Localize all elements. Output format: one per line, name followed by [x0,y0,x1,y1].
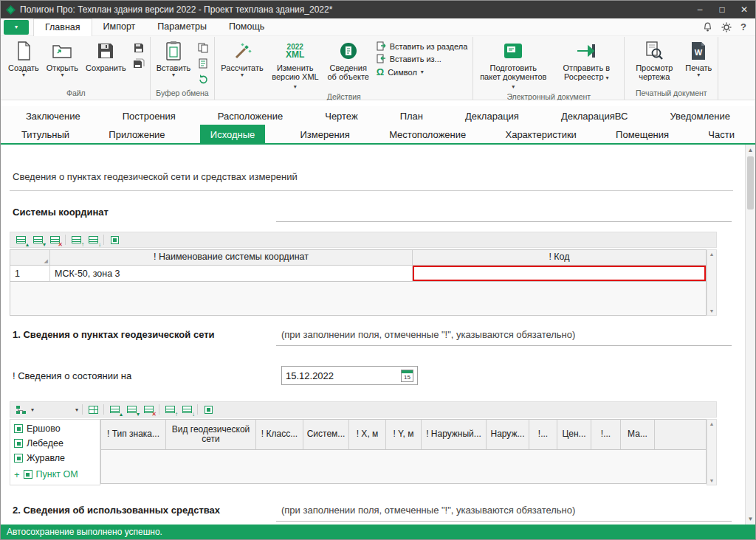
tab-izmereniya[interactable]: Измерения [295,125,354,144]
save-as-icon[interactable] [131,41,146,55]
col-header-system[interactable]: Систем... [303,420,349,449]
checkbox-icon[interactable] [14,454,23,463]
move-row-up-icon[interactable]: ↑ [163,404,176,415]
col-header-x[interactable]: ! X, м [349,420,386,449]
row-number-cell[interactable]: 1 [10,266,50,281]
move-row-down-icon[interactable]: ↓ [86,234,100,246]
notifications-bell-icon[interactable] [703,22,712,32]
add-row-below-icon[interactable]: ▾ [31,234,44,246]
tree-item[interactable]: Журавле [10,451,100,465]
coord-code-header[interactable]: ! Код [413,250,706,265]
copy-icon[interactable] [196,41,210,55]
col-header-type[interactable]: ! Тип знака... [101,420,166,449]
col-header-y[interactable]: ! Y, м [386,420,422,449]
calculate-button[interactable]: Рассчитать▾ [217,37,267,91]
coord-table-scrollbar[interactable]: ▲ ▼ [707,249,717,316]
scrollbar-thumb[interactable] [747,156,754,210]
scroll-down-icon[interactable]: ▼ [707,308,716,314]
tab-pomeshcheniya[interactable]: Помещения [611,125,673,144]
coord-systems-field[interactable] [276,221,732,222]
table-row[interactable]: 1 МСК-50, зона 3 [10,266,707,282]
tab-raspolozhenie[interactable]: Расположение [213,106,287,125]
insert-from-section-button[interactable]: Вставить из раздела [377,41,468,51]
menu-tab-home[interactable]: Главная [33,18,92,36]
checkbox-icon[interactable] [14,424,23,433]
insert-from-button[interactable]: Вставить из... [377,54,468,63]
scroll-down-icon[interactable]: ▼ [707,478,716,483]
scroll-up-icon[interactable]: ▲ [746,147,755,153]
points-table-scrollbar[interactable]: ▲ ▼ [707,419,717,485]
fit-columns-icon[interactable] [108,234,121,246]
checkbox-icon[interactable] [14,439,23,448]
calendar-icon[interactable]: 15 [401,370,413,382]
scroll-up-icon[interactable]: ▲ [707,252,716,257]
save-button[interactable]: Сохранить [82,37,130,88]
col-header-outer2[interactable]: Наруж... [487,420,529,449]
coord-code-cell[interactable] [413,266,706,281]
col-header-network-kind[interactable]: Вид геодезической сети [166,420,256,449]
menu-tab-import[interactable]: Импорт [92,18,147,36]
scroll-down-icon[interactable]: ▼ [746,516,755,522]
state-date-input[interactable]: 15.12.2022 15 [281,366,418,385]
settings-gear-icon[interactable] [721,22,732,32]
add-row-below-icon[interactable]: ▾ [125,404,138,415]
paste-button[interactable]: Вставить▾ [153,37,195,88]
tab-ishodnye[interactable]: Исходные [200,125,265,144]
main-scrollbar[interactable]: ▲ ▼ [745,145,755,525]
tree-item[interactable]: Лебедее [10,436,100,451]
app-menu-button[interactable]: ▾ [4,20,29,35]
tab-chertezh[interactable]: Чертеж [320,106,362,125]
copy-document-icon[interactable] [196,56,210,70]
scroll-up-icon[interactable]: ▲ [707,421,716,426]
tab-prilozhenie[interactable]: Приложение [104,125,169,144]
tab-deklaraciya[interactable]: Декларация [461,106,523,125]
collapse-panel-icon[interactable]: ▾ [75,406,78,413]
tab-harakteristiki[interactable]: Характеристики [501,125,580,144]
tree-view-icon[interactable] [14,404,27,415]
help-icon[interactable]: ? [740,21,746,32]
col-header-excl1[interactable]: !... [529,420,557,449]
add-row-above-icon[interactable]: ▴ [108,404,121,415]
delete-row-icon[interactable]: ✕ [48,234,61,246]
dropdown-arrow-icon[interactable]: ▾ [31,406,34,413]
add-point-item[interactable]: + Пункт ОМ [10,467,100,482]
coord-name-header[interactable]: ! Наименование системы координат [50,250,413,265]
create-button[interactable]: Создать▾ [4,37,43,88]
col-header-outer[interactable]: ! Наружный... [422,420,487,449]
move-row-up-icon[interactable]: ↑ [69,234,83,246]
add-row-above-icon[interactable]: ▴ [14,234,27,246]
tree-item[interactable]: Ершово [10,421,100,436]
col-header-excl2[interactable]: !... [591,420,621,449]
move-row-down-icon[interactable]: ↓ [180,404,193,415]
minimize-button[interactable]: – [689,1,711,18]
delete-row-icon[interactable]: ✕ [142,404,155,415]
row-selector-header[interactable]: ◢ [10,250,50,265]
col-header-class[interactable]: ! Класс... [256,420,303,449]
tab-chasti[interactable]: Части [704,125,739,144]
tab-titulnyi[interactable]: Титульный [17,125,74,144]
preview-drawing-button[interactable]: Просмотр чертежа [627,37,681,88]
open-button[interactable]: Открыть▾ [43,37,82,88]
object-info-button[interactable]: Сведения об объекте [323,37,374,91]
tab-mestopolozhenie[interactable]: Местоположение [385,125,470,144]
fit-columns-icon[interactable] [202,404,215,415]
tab-postroeniya[interactable]: Построения [118,106,180,125]
col-header-center[interactable]: Цен... [557,420,591,449]
maximize-button[interactable]: □ [711,1,733,18]
symbol-button[interactable]: Ω Символ ▾ [377,66,468,77]
save-all-icon[interactable] [131,56,146,70]
col-header-mark[interactable]: Ма... [621,420,655,449]
coord-name-cell[interactable]: МСК-50, зона 3 [50,266,413,281]
tab-deklaraciyavs[interactable]: ДекларацияВС [557,106,633,125]
change-xml-version-button[interactable]: 2022 XML Изменить версию XML ▾ [267,37,323,91]
menu-tab-help[interactable]: Помощь [218,18,275,36]
close-button[interactable]: ✕ [733,1,755,18]
undo-icon[interactable] [196,72,210,86]
tab-uvedomlenie[interactable]: Уведомление [665,106,734,125]
print-button[interactable]: W Печать▾ [681,37,715,88]
tab-zakluchenie[interactable]: Заключение [21,106,85,125]
menu-tab-parameters[interactable]: Параметры [146,18,218,36]
prepare-package-button[interactable]: Подготовить пакет документов ▾ [475,37,551,91]
table-grid-icon[interactable] [86,404,100,415]
send-rosreestr-button[interactable]: Отправить в Росреестр ▾ [551,37,622,91]
